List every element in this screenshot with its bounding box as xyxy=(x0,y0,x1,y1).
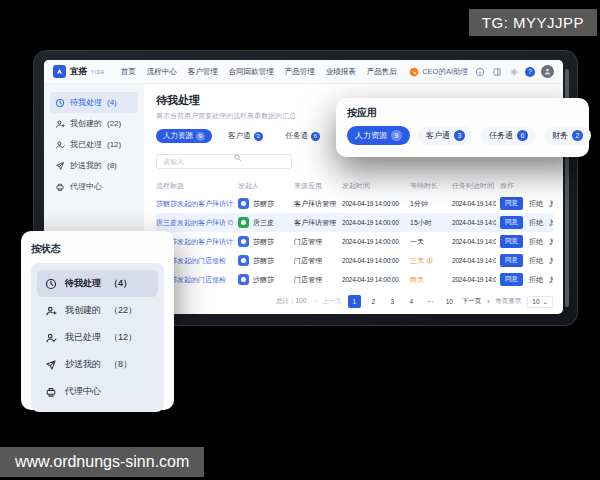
reject-button[interactable]: 拒绝 xyxy=(529,237,543,247)
row-title-link[interactable]: 莎丽莎发起的客户拜访计划 xyxy=(156,199,234,209)
nav-item-performance-report[interactable]: 业绩报表 xyxy=(326,67,356,77)
sidebar-item-cc[interactable]: 抄送我的 (8) xyxy=(50,155,138,176)
page-ellipsis[interactable]: ⋯ xyxy=(424,295,437,308)
status-item-label: 待我处理 xyxy=(65,277,101,290)
app-panel-tab-finance[interactable]: 财务 2 xyxy=(544,126,591,145)
sidebar-item-label: 我创建的 xyxy=(70,118,102,129)
nav-item-contract-mgmt[interactable]: 合同回款管理 xyxy=(229,67,274,77)
sidebar-item-count: (22) xyxy=(107,119,121,128)
table-row: 沙丽莎发起的门店巡检 沙丽莎 门店管理 2024-04-19 14:00:00 … xyxy=(156,270,553,289)
col-start-time: 发起时间 xyxy=(342,181,406,191)
col-wait: 等待时长 xyxy=(410,181,448,191)
brand-logo[interactable]: 宜搭 YIDA xyxy=(53,65,105,78)
sidebar-item-label: 待我处理 xyxy=(70,97,102,108)
page-number-1[interactable]: 1 xyxy=(348,295,361,308)
settings-gear-icon[interactable] xyxy=(508,66,519,77)
initiator-avatar xyxy=(238,236,249,247)
other-button[interactable]: 其他 xyxy=(549,237,553,247)
status-item-count: （22） xyxy=(109,304,137,317)
approve-button[interactable]: 同意 xyxy=(500,254,523,267)
status-panel-title: 按状态 xyxy=(31,242,164,256)
send-icon xyxy=(55,161,65,171)
wait-cell: 两天 xyxy=(410,275,448,285)
approve-button[interactable]: 同意 xyxy=(500,197,523,210)
next-page-button[interactable]: 下一页 › xyxy=(462,297,489,306)
status-panel-list: 待我处理 （4） 我创建的 （22） 我已处理 （12） 抄送我的 （8） 代理… xyxy=(31,263,164,412)
reject-button[interactable]: 拒绝 xyxy=(529,199,543,209)
prev-page-button[interactable]: ‹ 上一页 xyxy=(314,297,341,306)
initiator-cell: 沙丽莎 xyxy=(238,274,290,285)
approve-button[interactable]: 同意 xyxy=(500,216,523,229)
other-button[interactable]: 其他 xyxy=(549,199,553,209)
sidebar-item-pending[interactable]: 待我处理 (4) xyxy=(50,92,138,113)
sidebar-item-agent-center[interactable]: 代理中心 xyxy=(50,176,138,197)
sidebar-item-processed[interactable]: 我已处理 (12) xyxy=(50,134,138,155)
row-title-link[interactable]: 唐三皮发起的客户拜访计划 xyxy=(156,218,234,228)
yida-logo-icon xyxy=(53,65,66,78)
tab-label: 客户通 xyxy=(228,131,251,141)
table-row: 唐三皮发起的客户拜访计划 唐三皮 客户拜访管理 2024-04-19 14:00… xyxy=(156,213,553,232)
status-item-agent-center[interactable]: 代理中心 xyxy=(37,378,158,405)
wait-cell: 15小时 xyxy=(410,218,448,228)
initiator-cell: 莎丽莎 xyxy=(238,236,290,247)
other-button[interactable]: 其他 xyxy=(549,256,553,266)
nav-item-after-sales[interactable]: 产品售后 xyxy=(367,67,397,77)
layout-panel-icon[interactable] xyxy=(491,66,502,77)
sidebar-item-label: 代理中心 xyxy=(70,181,102,192)
page-number-3[interactable]: 3 xyxy=(386,295,399,308)
brand-sub: YIDA xyxy=(91,69,105,75)
nav-item-home[interactable]: 首页 xyxy=(121,67,136,77)
reject-button[interactable]: 拒绝 xyxy=(529,275,543,285)
tab-task[interactable]: 任务通 6 xyxy=(279,129,328,143)
help-smiley-icon[interactable] xyxy=(474,66,485,77)
app-tab-label: 任务通 xyxy=(489,130,513,141)
tab-badge: 3 xyxy=(254,132,263,141)
row-actions: 同意 拒绝 其他 ⋯ xyxy=(500,197,553,210)
status-item-count: （8） xyxy=(109,358,132,371)
app-panel-tab-customer[interactable]: 客户通 3 xyxy=(418,126,473,145)
ai-assistant-chip[interactable]: CEO的AI助理 xyxy=(409,67,468,77)
source-cell: 门店管理 xyxy=(294,256,338,266)
question-badge-icon[interactable]: ? xyxy=(525,67,535,77)
other-button[interactable]: 其他 xyxy=(549,218,553,228)
copy-icon[interactable] xyxy=(227,219,234,226)
chevron-down-icon: ⌄ xyxy=(543,298,548,306)
user-avatar[interactable] xyxy=(541,65,554,78)
pagination: 总计：100 ‹ 上一页 1 2 3 4 ⋯ 10 下一页 › 每页显示 10⌄ xyxy=(156,295,553,308)
tab-hr[interactable]: 人力资源 9 xyxy=(156,129,212,143)
sidebar-item-label: 我已处理 xyxy=(70,139,102,150)
reject-button[interactable]: 拒绝 xyxy=(529,256,543,266)
sidebar-item-count: (12) xyxy=(107,140,121,149)
source-cell: 客户拜访管理 xyxy=(294,199,338,209)
source-cell: 门店管理 xyxy=(294,237,338,247)
status-item-cc[interactable]: 抄送我的 （8） xyxy=(37,351,158,378)
tab-customer[interactable]: 客户通 3 xyxy=(221,129,270,143)
approve-button[interactable]: 同意 xyxy=(500,273,523,286)
col-ops: 操作 xyxy=(500,181,553,191)
approve-button[interactable]: 同意 xyxy=(500,235,523,248)
app-panel-tab-hr[interactable]: 人力资源 9 xyxy=(347,126,410,145)
status-item-pending[interactable]: 待我处理 （4） xyxy=(37,270,158,297)
status-item-label: 抄送我的 xyxy=(65,358,101,371)
nav-item-product-mgmt[interactable]: 产品管理 xyxy=(285,67,315,77)
other-button[interactable]: 其他 xyxy=(549,275,553,285)
page-size-select[interactable]: 10⌄ xyxy=(527,296,553,308)
clock-icon xyxy=(45,278,57,290)
search-input[interactable] xyxy=(156,154,292,169)
row-actions: 同意 拒绝 其他 ⋯ xyxy=(500,235,553,248)
per-page-label: 每页显示 xyxy=(495,297,521,306)
app-tab-label: 客户通 xyxy=(426,130,450,141)
status-item-processed[interactable]: 我已处理 （12） xyxy=(37,324,158,351)
page-number-10[interactable]: 10 xyxy=(443,295,456,308)
tab-badge: 6 xyxy=(311,132,320,141)
nav-item-process-center[interactable]: 流程中心 xyxy=(147,67,177,77)
source-cell: 门店管理 xyxy=(294,275,338,285)
sidebar-item-created[interactable]: 我创建的 (22) xyxy=(50,113,138,134)
page-number-4[interactable]: 4 xyxy=(405,295,418,308)
nav-item-customer-mgmt[interactable]: 客户管理 xyxy=(188,67,218,77)
site-watermark: www.ordnungs-sinn.com xyxy=(0,447,204,477)
page-number-2[interactable]: 2 xyxy=(367,295,380,308)
app-panel-tab-task[interactable]: 任务通 6 xyxy=(481,126,536,145)
status-item-created[interactable]: 我创建的 （22） xyxy=(37,297,158,324)
reject-button[interactable]: 拒绝 xyxy=(529,218,543,228)
